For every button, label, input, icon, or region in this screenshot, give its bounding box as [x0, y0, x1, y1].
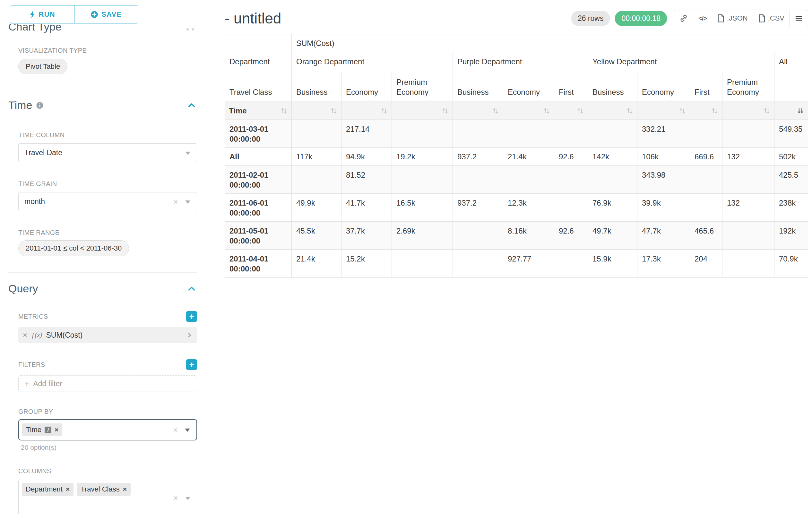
sort-icon[interactable]: [281, 107, 288, 115]
pivot-cell: [588, 120, 637, 148]
selected-option-chip[interactable]: Travel Class×: [77, 483, 130, 496]
pivot-group-header: Purple Department: [453, 52, 588, 71]
clear-icon[interactable]: ×: [173, 494, 178, 502]
selected-option-chip[interactable]: Timei×: [22, 424, 62, 436]
sort-icon[interactable]: [492, 107, 499, 115]
sort-icon[interactable]: [442, 107, 449, 115]
pivot-sort-cell: [637, 102, 690, 120]
pivot-row: 2011-04-01 00:00:0021.4k15.2k927.7715.9k…: [225, 250, 808, 277]
info-icon[interactable]: [36, 102, 44, 109]
pivot-cell: 12.3k: [503, 194, 554, 222]
pivot-class-header: Business: [292, 71, 342, 102]
time-grain-select[interactable]: month ×: [18, 192, 197, 211]
add-filter-button[interactable]: +: [186, 359, 197, 370]
pivot-group-header: Orange Department: [292, 52, 453, 71]
remove-metric-icon[interactable]: ×: [23, 330, 27, 340]
run-button[interactable]: RUN: [10, 5, 74, 23]
save-button[interactable]: SAVE: [74, 5, 138, 23]
pivot-cell: 217.14: [342, 120, 392, 148]
filters-control: FILTERS + + Add filter: [18, 359, 197, 392]
selected-option-chip[interactable]: Department×: [22, 483, 74, 496]
add-metric-button[interactable]: +: [186, 311, 197, 322]
sort-icon[interactable]: [543, 107, 550, 115]
time-column-value: Travel Date: [24, 148, 62, 157]
pivot-sort-cell: [292, 102, 342, 120]
sort-icon[interactable]: [763, 107, 770, 115]
chart-toolbar: 26 rows 00:00:00.18 </> .JSON .: [571, 10, 808, 27]
caret-down-icon[interactable]: [185, 152, 190, 155]
pivot-cell: [722, 250, 775, 277]
pivot-cell: 117k: [292, 148, 342, 166]
pivot-sort-cell: [554, 102, 588, 120]
pivot-cell: [554, 120, 588, 148]
visualization-type-label: VISUALIZATION TYPE: [18, 47, 197, 54]
metric-chip[interactable]: × ƒ(x) SUM(Cost): [18, 327, 197, 343]
embed-code-button[interactable]: </>: [693, 10, 712, 27]
remove-chip-icon[interactable]: ×: [66, 485, 70, 493]
clear-icon[interactable]: ×: [173, 426, 178, 434]
pivot-cell: 49.7k: [588, 222, 637, 250]
time-grain-label: TIME GRAIN: [18, 180, 197, 188]
query-section-header[interactable]: Query: [8, 282, 197, 295]
pivot-cell: 47.7k: [637, 222, 690, 250]
export-csv-button[interactable]: .CSV: [753, 10, 790, 27]
remove-chip-icon[interactable]: ×: [55, 426, 58, 434]
pivot-sort-cell: [775, 102, 808, 120]
sort-icon[interactable]: [577, 107, 584, 115]
pivot-cell: [588, 166, 637, 194]
chevron-up-icon[interactable]: [187, 284, 196, 293]
metrics-label: METRICS: [18, 313, 48, 320]
group-by-select[interactable]: × Timei×: [18, 419, 197, 440]
pivot-time-header: Time: [225, 102, 292, 120]
explore-view: RUN SAVE Chart Type VISUALIZATION TYPE P…: [0, 0, 812, 514]
pivot-cell: [292, 120, 342, 148]
export-json-button[interactable]: .JSON: [712, 10, 753, 27]
pivot-cell: [453, 222, 503, 250]
pivot-cell: 8.16k: [503, 222, 554, 250]
pivot-col-dimension: Department: [225, 52, 292, 71]
info-badge[interactable]: i: [45, 427, 51, 433]
sort-desc-active-icon[interactable]: [797, 107, 804, 115]
caret-down-icon[interactable]: [185, 200, 190, 204]
clear-icon[interactable]: ×: [173, 197, 178, 206]
pivot-cell: 2.69k: [392, 222, 453, 250]
remove-chip-icon[interactable]: ×: [123, 485, 127, 493]
time-range-value[interactable]: 2011-01-01 ≤ col < 2011-06-30: [18, 240, 129, 256]
pivot-row-label: 2011-04-01 00:00:00: [225, 250, 292, 277]
columns-select[interactable]: × Department×Travel Class×: [18, 479, 197, 514]
pivot-sort-cell: [690, 102, 722, 120]
more-options-button[interactable]: [789, 10, 808, 27]
sort-icon[interactable]: [381, 107, 388, 115]
pivot-class-header: Economy: [342, 71, 392, 102]
sort-icon[interactable]: [711, 107, 718, 115]
pivot-row-label: 2011-05-01 00:00:00: [225, 222, 292, 250]
chart-title[interactable]: - untitled: [225, 10, 281, 27]
chevron-right-icon[interactable]: [186, 332, 193, 338]
time-grain-control: TIME GRAIN month ×: [18, 180, 197, 211]
time-range-label: TIME RANGE: [18, 229, 197, 237]
pivot-row: 2011-05-01 00:00:0045.5k37.7k2.69k8.16k9…: [225, 222, 808, 250]
chart-type-section-header[interactable]: Chart Type: [8, 24, 197, 33]
sort-icon[interactable]: [679, 107, 686, 115]
pivot-cell: [722, 166, 775, 194]
visualization-type-value[interactable]: Pivot Table: [18, 59, 67, 74]
time-range-control: TIME RANGE 2011-01-01 ≤ col < 2011-06-30: [18, 229, 197, 256]
chevron-up-icon[interactable]: [187, 101, 196, 110]
caret-down-icon[interactable]: [185, 429, 190, 432]
pivot-cell: 15.2k: [342, 250, 392, 277]
pivot-cell: [392, 250, 453, 277]
add-filter-dropzone[interactable]: + Add filter: [18, 375, 197, 392]
pivot-sort-cell: [722, 102, 775, 120]
time-section-header[interactable]: Time: [8, 99, 197, 111]
caret-down-icon[interactable]: [185, 497, 190, 500]
time-column-select[interactable]: Travel Date: [18, 143, 197, 162]
run-save-group: RUN SAVE: [10, 5, 138, 23]
pivot-class-header: Business: [588, 71, 637, 102]
sort-icon[interactable]: [626, 107, 633, 115]
control-panel: RUN SAVE Chart Type VISUALIZATION TYPE P…: [0, 0, 207, 514]
pivot-cell: 106k: [637, 148, 690, 166]
copy-link-button[interactable]: [674, 10, 693, 27]
chart-type-heading: Chart Type: [8, 24, 62, 33]
sort-icon[interactable]: [330, 107, 337, 115]
pivot-cell: 19.2k: [392, 148, 453, 166]
